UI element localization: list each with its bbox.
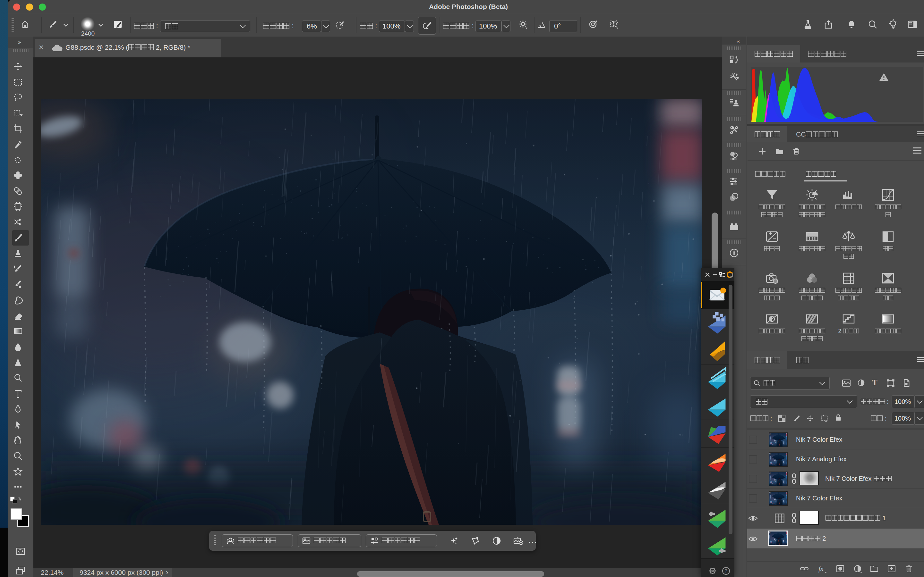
svg-text:fx: fx: [819, 564, 824, 572]
svg-text:?: ?: [725, 568, 727, 574]
